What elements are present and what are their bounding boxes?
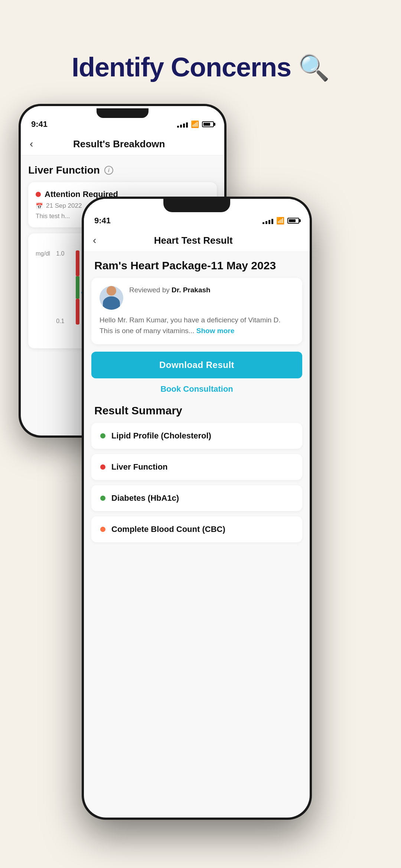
cbc-status-dot [100, 527, 105, 532]
liver-function-title: Liver Function [28, 164, 100, 176]
reviewed-by-label: Reviewed by Dr. Prakash [129, 286, 294, 294]
back-status-time: 9:41 [31, 119, 48, 129]
download-result-button[interactable]: Download Result [91, 352, 302, 378]
chart-bar-bot [76, 299, 79, 325]
liver-label: Liver Function [111, 462, 168, 472]
front-phone-notch [163, 199, 230, 212]
magnify-icon: 🔍 [298, 53, 329, 83]
doctor-name: Dr. Prakash [172, 286, 211, 294]
summary-item-diabetes[interactable]: Diabetes (HbA1c) [91, 485, 302, 511]
package-title: Ram's Heart Package-11 May 2023 [84, 252, 310, 278]
review-card: Reviewed by Dr. Prakash Hello Mr. Ram Ku… [91, 278, 302, 344]
summary-item-cbc[interactable]: Complete Blood Count (CBC) [91, 516, 302, 542]
back-nav-bar: ‹ Result's Breakdown [21, 133, 224, 155]
front-nav-back-button[interactable]: ‹ [93, 234, 96, 246]
book-consultation-link[interactable]: Book Consultation [84, 384, 310, 394]
front-nav-title: Heart Test Result [104, 235, 283, 246]
lipid-label: Lipid Profile (Cholesterol) [111, 431, 211, 441]
doctor-avatar [100, 286, 123, 310]
liver-function-section: Liver Function i [28, 164, 217, 176]
back-wifi-icon: 📶 [191, 120, 199, 128]
back-status-icons: 📶 [177, 120, 214, 128]
page-background: Identify Concerns 🔍 9:41 📶 [0, 0, 401, 83]
front-phone-screen: 9:41 📶 ‹ Heart Test Resu [84, 199, 310, 818]
front-status-icons: 📶 [263, 217, 299, 225]
diabetes-label: Diabetes (HbA1c) [111, 493, 179, 503]
reviewer-info: Reviewed by Dr. Prakash [129, 286, 294, 310]
summary-item-lipid[interactable]: Lipid Profile (Cholesterol) [91, 423, 302, 449]
chart-bar-mid [76, 276, 79, 299]
result-summary-title: Result Summary [84, 404, 310, 423]
back-signal-icon [177, 121, 188, 128]
page-title: Identify Concerns 🔍 [0, 26, 401, 83]
front-phone: 9:41 📶 ‹ Heart Test Resu [82, 197, 312, 820]
front-signal-icon [263, 217, 273, 224]
back-nav-title: Result's Breakdown [40, 138, 198, 150]
back-phone-notch [97, 108, 149, 118]
front-wifi-icon: 📶 [276, 217, 284, 225]
avatar-body [103, 296, 120, 310]
chart-value-low: 0.1 [56, 318, 64, 325]
attention-dot [36, 192, 41, 197]
attention-date: 21 Sep 2022 [46, 202, 82, 210]
cbc-label: Complete Blood Count (CBC) [111, 525, 225, 534]
back-nav-back-button[interactable]: ‹ [30, 138, 33, 150]
front-nav-bar: ‹ Heart Test Result [84, 229, 310, 252]
calendar-icon: 📅 [36, 203, 43, 210]
lipid-status-dot [100, 433, 105, 438]
chart-value-high: 1.0 [56, 250, 64, 257]
chart-y-label: mg/dl [36, 250, 50, 257]
front-battery-icon [287, 218, 299, 224]
review-message: Hello Mr. Ram Kumar, you have a deficien… [100, 315, 294, 336]
diabetes-status-dot [100, 496, 105, 501]
summary-item-liver[interactable]: Liver Function [91, 454, 302, 480]
back-battery-icon [202, 121, 214, 127]
show-more-link[interactable]: Show more [196, 327, 234, 335]
liver-status-dot [100, 464, 105, 470]
front-status-time: 9:41 [94, 216, 111, 226]
reviewer-row: Reviewed by Dr. Prakash [100, 286, 294, 310]
info-icon[interactable]: i [104, 166, 113, 175]
chart-bar-top [76, 250, 79, 276]
avatar-head [107, 286, 116, 296]
